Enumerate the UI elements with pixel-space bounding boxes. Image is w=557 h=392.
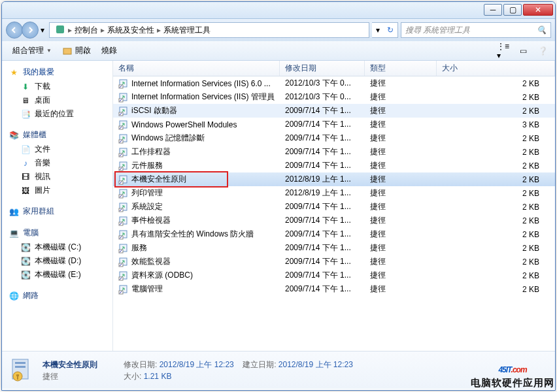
watermark-sub: 电脑软硬件应用网 xyxy=(471,377,554,389)
details-created-value: 2012/8/19 上午 12:23 xyxy=(278,360,353,369)
file-row[interactable]: 系統設定2009/7/14 下午 1...捷徑2 KB xyxy=(113,200,555,214)
forward-button[interactable] xyxy=(22,22,39,39)
nav-drive-c[interactable]: 💽本機磁碟 (C:) xyxy=(2,240,112,254)
details-size-value: 1.21 KB xyxy=(144,372,172,381)
file-date: 2012/10/3 下午 0... xyxy=(285,78,351,89)
refresh-icon[interactable]: ↻ xyxy=(387,25,394,35)
file-date: 2009/7/14 下午 1... xyxy=(285,105,351,116)
open-button[interactable]: 開啟 xyxy=(57,45,96,56)
dropdown-icon[interactable]: ▾ xyxy=(376,25,380,35)
toolbar-right: ⋮≡ ▾ ▭ ❔ xyxy=(496,44,550,58)
file-type: 捷徑 xyxy=(370,284,386,295)
network-icon: 🌐 xyxy=(8,291,19,301)
nav-recent[interactable]: 📑最近的位置 xyxy=(2,107,112,121)
file-size: 2 KB xyxy=(522,148,539,157)
file-type: 捷徑 xyxy=(370,201,386,212)
toolbar: 組合管理▼ 開啟 燒錄 ⋮≡ ▾ ▭ ❔ xyxy=(2,41,555,61)
file-row[interactable]: 本機安全性原則2012/8/19 上午 1...捷徑2 KB xyxy=(113,172,555,186)
file-size: 2 KB xyxy=(522,175,539,184)
col-size[interactable]: 大小 xyxy=(437,61,555,76)
col-type[interactable]: 類型 xyxy=(365,61,437,76)
file-name: Internet Information Services (IIS) 6.0 … xyxy=(131,79,271,88)
file-row[interactable]: 效能監視器2009/7/14 下午 1...捷徑2 KB xyxy=(113,255,555,269)
file-row[interactable]: Internet Information Services (IIS) 管理員2… xyxy=(113,90,555,104)
shortcut-icon xyxy=(118,202,129,212)
history-dropdown[interactable]: ▾ xyxy=(39,22,46,39)
help-button[interactable]: ❔ xyxy=(535,44,550,58)
details-thumb xyxy=(8,357,36,384)
file-date: 2009/7/14 下午 1... xyxy=(285,215,351,226)
close-button[interactable]: ✕ xyxy=(523,4,553,16)
file-row[interactable]: Windows 記憶體診斷2009/7/14 下午 1...捷徑2 KB xyxy=(113,131,555,145)
file-row[interactable]: 具有進階安全性的 Windows 防火牆2009/7/14 下午 1...捷徑2… xyxy=(113,227,555,241)
nav-downloads[interactable]: ⬇下載 xyxy=(2,80,112,93)
file-list: 名稱 修改日期 類型 大小 Internet Information Servi… xyxy=(113,61,555,351)
file-name: 具有進階安全性的 Windows 防火牆 xyxy=(131,229,254,240)
file-name: 事件檢視器 xyxy=(131,215,171,226)
nav-desktop[interactable]: 🖥桌面 xyxy=(2,93,112,107)
nav-videos[interactable]: 🎞視訊 xyxy=(2,170,112,184)
address-box[interactable]: ▸ 控制台 ▸ 系統及安全性 ▸ 系統管理工具 xyxy=(49,22,369,38)
file-row[interactable]: Windows PowerShell Modules2009/7/14 下午 1… xyxy=(113,118,555,131)
file-row[interactable]: 事件檢視器2009/7/14 下午 1...捷徑2 KB xyxy=(113,214,555,227)
file-name: Windows PowerShell Modules xyxy=(131,120,237,129)
details-mod-label: 修改日期: xyxy=(124,360,157,369)
preview-pane-button[interactable]: ▭ xyxy=(516,44,530,58)
nav-favorites[interactable]: ★我的最愛 xyxy=(2,65,112,80)
col-name[interactable]: 名稱 xyxy=(113,61,280,76)
breadcrumb-seg1[interactable]: 控制台 xyxy=(72,25,101,36)
nav-libraries[interactable]: 📚媒體櫃 xyxy=(2,127,112,142)
file-row[interactable]: 電腦管理2009/7/14 下午 1...捷徑2 KB xyxy=(113,282,555,296)
file-date: 2009/7/14 下午 1... xyxy=(285,201,351,212)
file-row[interactable]: 服務2009/7/14 下午 1...捷徑2 KB xyxy=(113,241,555,255)
shortcut-icon xyxy=(118,120,129,130)
file-type: 捷徑 xyxy=(370,105,386,116)
burn-button[interactable]: 燒錄 xyxy=(96,45,122,56)
breadcrumb-seg2[interactable]: 系統及安全性 xyxy=(105,25,157,36)
shortcut-icon xyxy=(118,284,129,295)
nav-drive-e[interactable]: 💽本機磁碟 (E:) xyxy=(2,268,112,282)
file-row[interactable]: 工作排程器2009/7/14 下午 1...捷徑2 KB xyxy=(113,145,555,159)
view-options-button[interactable]: ⋮≡ ▾ xyxy=(496,44,511,58)
search-input[interactable]: 搜尋 系統管理工具 🔍 xyxy=(401,22,551,38)
document-icon: 📄 xyxy=(20,144,31,155)
file-row[interactable]: 列印管理2012/8/19 上午 1...捷徑2 KB xyxy=(113,186,555,200)
shortcut-icon xyxy=(118,106,129,116)
star-icon: ★ xyxy=(8,67,19,78)
shortcut-icon xyxy=(118,78,129,89)
rows-container: Internet Information Services (IIS) 6.0 … xyxy=(113,76,555,351)
back-button[interactable] xyxy=(6,22,23,39)
drive-icon: 💽 xyxy=(20,242,31,253)
nav-homegroup[interactable]: 👥家用群組 xyxy=(2,204,112,219)
nav-computer[interactable]: 💻電腦 xyxy=(2,225,112,240)
nav-music[interactable]: ♪音樂 xyxy=(2,156,112,170)
file-row[interactable]: 資料來源 (ODBC)2009/7/14 下午 1...捷徑2 KB xyxy=(113,269,555,282)
nav-drive-d[interactable]: 💽本機磁碟 (D:) xyxy=(2,254,112,268)
shortcut-icon xyxy=(118,188,129,199)
file-row[interactable]: iSCSI 啟動器2009/7/14 下午 1...捷徑2 KB xyxy=(113,104,555,118)
breadcrumb-seg3[interactable]: 系統管理工具 xyxy=(161,25,213,36)
file-size: 2 KB xyxy=(522,216,539,225)
organize-menu[interactable]: 組合管理▼ xyxy=(7,45,57,56)
file-row[interactable]: Internet Information Services (IIS) 6.0 … xyxy=(113,76,555,90)
col-date[interactable]: 修改日期 xyxy=(280,61,365,76)
file-type: 捷徑 xyxy=(370,78,386,89)
minimize-button[interactable]: ─ xyxy=(484,4,502,16)
shortcut-icon xyxy=(118,147,129,157)
nav-network[interactable]: 🌐網路 xyxy=(2,288,112,303)
shortcut-icon xyxy=(118,174,129,185)
file-name: 服務 xyxy=(131,242,147,253)
nav-pictures[interactable]: 🖼圖片 xyxy=(2,184,112,197)
details-subtitle: 捷徑 xyxy=(42,370,97,382)
file-row[interactable]: 元件服務2009/7/14 下午 1...捷徑2 KB xyxy=(113,159,555,172)
file-type: 捷徑 xyxy=(370,146,386,157)
file-size: 2 KB xyxy=(522,106,539,116)
drive-icon: 💽 xyxy=(20,256,31,267)
address-bar: ▾ ▸ 控制台 ▸ 系統及安全性 ▸ 系統管理工具 ▾ ↻ 搜尋 系統管理工具 … xyxy=(2,19,555,41)
maximize-button[interactable]: ▢ xyxy=(503,4,522,16)
file-name: 電腦管理 xyxy=(131,284,163,295)
search-icon: 🔍 xyxy=(537,25,547,35)
nav-pane: ★我的最愛 ⬇下載 🖥桌面 📑最近的位置 📚媒體櫃 📄文件 ♪音樂 🎞視訊 🖼圖… xyxy=(2,61,113,351)
nav-documents[interactable]: 📄文件 xyxy=(2,142,112,156)
desktop-icon: 🖥 xyxy=(20,95,31,106)
